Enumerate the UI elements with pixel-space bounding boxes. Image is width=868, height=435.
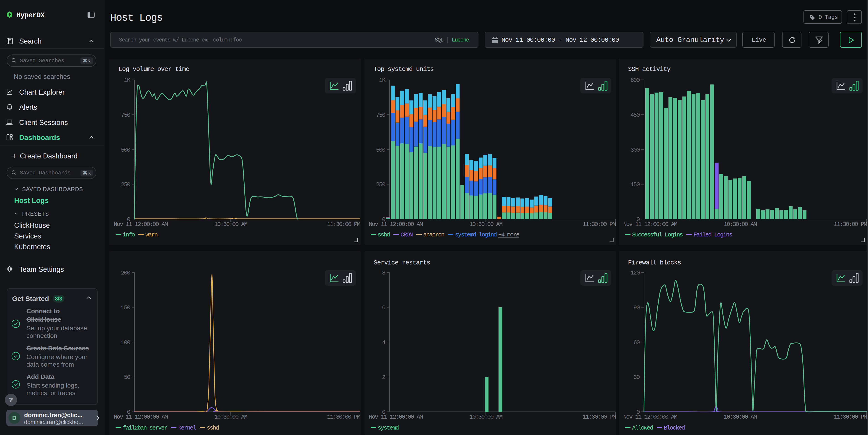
svg-text:2: 2 — [382, 374, 385, 381]
svg-text:systemd-logind: systemd-logind — [455, 231, 497, 238]
svg-text:+4 more: +4 more — [498, 231, 519, 238]
svg-text:sshd: sshd — [207, 425, 219, 431]
svg-text:150: 150 — [121, 304, 130, 311]
svg-text:300: 300 — [630, 147, 640, 153]
svg-text:info: info — [123, 231, 135, 238]
svg-text:200: 200 — [121, 270, 130, 276]
svg-text:11:30:00 PM: 11:30:00 PM — [834, 413, 867, 421]
svg-text:100: 100 — [121, 339, 130, 346]
svg-text:10:30:00 AM: 10:30:00 AM — [469, 413, 502, 421]
svg-text:Nov 11 12:00:00 AM: Nov 11 12:00:00 AM — [114, 221, 168, 228]
svg-text:sshd: sshd — [378, 231, 390, 238]
svg-text:Blocked: Blocked — [664, 425, 685, 431]
svg-text:10:30:00 AM: 10:30:00 AM — [724, 221, 757, 228]
svg-text:450: 450 — [630, 112, 640, 119]
svg-text:30: 30 — [633, 374, 640, 381]
svg-text:warn: warn — [146, 231, 157, 238]
svg-text:11:30:00 PM: 11:30:00 PM — [327, 413, 360, 421]
svg-text:kernel: kernel — [178, 425, 196, 431]
svg-text:SSH activity: SSH activity — [628, 66, 671, 73]
svg-text:600: 600 — [630, 77, 640, 84]
svg-text:Firewall blocks: Firewall blocks — [628, 259, 681, 266]
svg-text:750: 750 — [376, 112, 385, 119]
svg-text:1K: 1K — [124, 77, 131, 84]
svg-text:CRON: CRON — [401, 231, 412, 238]
svg-text:250: 250 — [376, 181, 385, 188]
svg-text:11:30:00 PM: 11:30:00 PM — [834, 221, 867, 228]
svg-text:10:30:00 AM: 10:30:00 AM — [214, 221, 247, 228]
svg-text:Failed Logins: Failed Logins — [693, 231, 732, 238]
svg-text:11:30:00 PM: 11:30:00 PM — [583, 413, 616, 421]
svg-text:500: 500 — [376, 147, 385, 153]
svg-text:Service restarts: Service restarts — [374, 259, 430, 266]
svg-text:anacron: anacron — [423, 231, 444, 238]
svg-text:60: 60 — [633, 339, 640, 346]
svg-text:90: 90 — [633, 304, 640, 311]
svg-text:Log volume over time: Log volume over time — [119, 66, 189, 73]
svg-text:Nov 11 12:00:00 AM: Nov 11 12:00:00 AM — [369, 221, 423, 228]
svg-text:fail2ban-server: fail2ban-server — [123, 425, 167, 431]
svg-text:750: 750 — [121, 112, 130, 119]
svg-text:10:30:00 AM: 10:30:00 AM — [469, 221, 502, 228]
svg-text:250: 250 — [121, 181, 130, 188]
svg-text:Successful Logins: Successful Logins — [632, 231, 683, 238]
svg-text:Allowed: Allowed — [632, 425, 653, 431]
svg-text:Nov 11 12:00:00 AM: Nov 11 12:00:00 AM — [623, 221, 677, 228]
svg-text:120: 120 — [630, 270, 640, 276]
svg-text:Top systemd units: Top systemd units — [374, 66, 434, 73]
svg-text:1K: 1K — [379, 77, 386, 84]
svg-text:Nov 11 12:00:00 AM: Nov 11 12:00:00 AM — [369, 413, 423, 421]
svg-text:Nov 11 12:00:00 AM: Nov 11 12:00:00 AM — [114, 413, 168, 421]
svg-text:6: 6 — [382, 304, 385, 311]
svg-text:11:30:00 PM: 11:30:00 PM — [327, 221, 360, 228]
svg-text:11:30:00 PM: 11:30:00 PM — [583, 221, 616, 228]
svg-text:10:30:00 AM: 10:30:00 AM — [724, 413, 757, 421]
svg-text:50: 50 — [124, 374, 130, 381]
svg-text:4: 4 — [382, 339, 385, 346]
svg-text:systemd: systemd — [378, 425, 399, 431]
svg-text:500: 500 — [121, 147, 130, 153]
svg-text:10:30:00 AM: 10:30:00 AM — [214, 413, 247, 421]
svg-text:8: 8 — [382, 270, 385, 276]
svg-text:150: 150 — [630, 181, 640, 188]
svg-text:Nov 11 12:00:00 AM: Nov 11 12:00:00 AM — [623, 413, 677, 421]
